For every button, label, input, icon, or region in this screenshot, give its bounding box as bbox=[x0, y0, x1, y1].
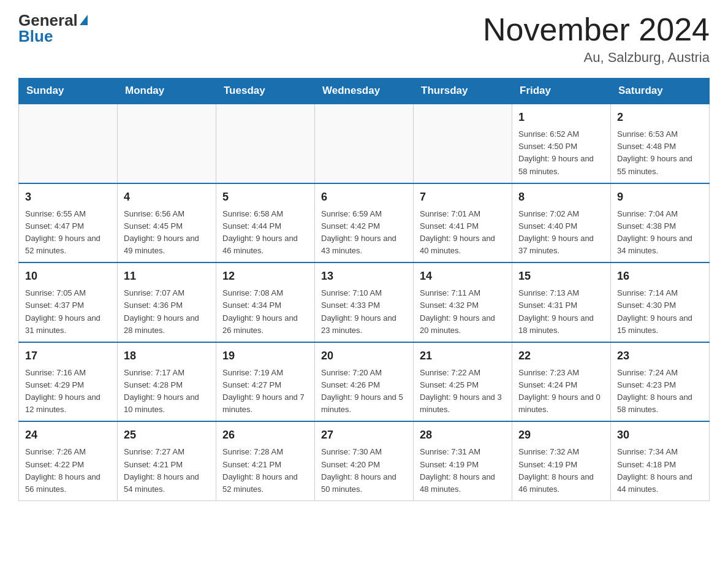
calendar-day-cell: 24Sunrise: 7:26 AM Sunset: 4:22 PM Dayli… bbox=[19, 421, 118, 500]
day-number: 5 bbox=[222, 189, 308, 205]
calendar-day-cell bbox=[19, 104, 118, 183]
day-number: 27 bbox=[321, 427, 407, 443]
weekday-header-monday: Monday bbox=[118, 79, 216, 104]
day-info: Sunrise: 6:52 AM Sunset: 4:50 PM Dayligh… bbox=[518, 128, 604, 178]
day-info: Sunrise: 6:55 AM Sunset: 4:47 PM Dayligh… bbox=[25, 208, 111, 258]
day-number: 1 bbox=[518, 109, 604, 126]
day-info: Sunrise: 7:26 AM Sunset: 4:22 PM Dayligh… bbox=[25, 446, 111, 496]
weekday-header-saturday: Saturday bbox=[611, 79, 710, 104]
day-number: 16 bbox=[617, 268, 703, 285]
calendar-subtitle: Au, Salzburg, Austria bbox=[483, 50, 710, 66]
calendar-day-cell: 2Sunrise: 6:53 AM Sunset: 4:48 PM Daylig… bbox=[611, 104, 710, 183]
day-number: 4 bbox=[124, 189, 210, 205]
calendar-day-cell: 4Sunrise: 6:56 AM Sunset: 4:45 PM Daylig… bbox=[118, 183, 216, 263]
day-info: Sunrise: 6:59 AM Sunset: 4:42 PM Dayligh… bbox=[321, 208, 407, 258]
calendar-day-cell: 30Sunrise: 7:34 AM Sunset: 4:18 PM Dayli… bbox=[611, 421, 710, 500]
calendar-day-cell: 6Sunrise: 6:59 AM Sunset: 4:42 PM Daylig… bbox=[315, 183, 414, 263]
day-number: 8 bbox=[518, 189, 604, 205]
day-info: Sunrise: 7:13 AM Sunset: 4:31 PM Dayligh… bbox=[518, 287, 604, 337]
weekday-header-sunday: Sunday bbox=[19, 79, 118, 104]
day-number: 18 bbox=[124, 348, 210, 364]
calendar-day-cell: 3Sunrise: 6:55 AM Sunset: 4:47 PM Daylig… bbox=[19, 183, 118, 263]
day-number: 29 bbox=[518, 427, 604, 443]
day-info: Sunrise: 7:16 AM Sunset: 4:29 PM Dayligh… bbox=[25, 367, 111, 416]
day-number: 2 bbox=[617, 109, 703, 126]
day-info: Sunrise: 7:27 AM Sunset: 4:21 PM Dayligh… bbox=[124, 446, 210, 496]
calendar-table: SundayMondayTuesdayWednesdayThursdayFrid… bbox=[18, 78, 710, 501]
weekday-header-friday: Friday bbox=[512, 79, 611, 104]
calendar-day-cell: 12Sunrise: 7:08 AM Sunset: 4:34 PM Dayli… bbox=[216, 262, 315, 342]
day-info: Sunrise: 7:32 AM Sunset: 4:19 PM Dayligh… bbox=[518, 446, 604, 496]
calendar-day-cell: 22Sunrise: 7:23 AM Sunset: 4:24 PM Dayli… bbox=[512, 342, 611, 422]
calendar-week-row: 17Sunrise: 7:16 AM Sunset: 4:29 PM Dayli… bbox=[19, 342, 710, 422]
calendar-day-cell: 11Sunrise: 7:07 AM Sunset: 4:36 PM Dayli… bbox=[118, 262, 216, 342]
calendar-day-cell: 9Sunrise: 7:04 AM Sunset: 4:38 PM Daylig… bbox=[611, 183, 710, 263]
calendar-day-cell: 17Sunrise: 7:16 AM Sunset: 4:29 PM Dayli… bbox=[19, 342, 118, 422]
day-number: 10 bbox=[25, 268, 111, 285]
day-number: 15 bbox=[518, 268, 604, 285]
calendar-day-cell bbox=[315, 104, 414, 183]
day-number: 3 bbox=[25, 189, 111, 205]
calendar-day-cell: 29Sunrise: 7:32 AM Sunset: 4:19 PM Dayli… bbox=[512, 421, 611, 500]
calendar-day-cell: 5Sunrise: 6:58 AM Sunset: 4:44 PM Daylig… bbox=[216, 183, 315, 263]
day-info: Sunrise: 7:31 AM Sunset: 4:19 PM Dayligh… bbox=[420, 446, 506, 496]
day-info: Sunrise: 7:05 AM Sunset: 4:37 PM Dayligh… bbox=[25, 287, 111, 337]
logo-blue-text: Blue bbox=[18, 28, 53, 44]
day-info: Sunrise: 7:30 AM Sunset: 4:20 PM Dayligh… bbox=[321, 446, 407, 496]
calendar-day-cell: 27Sunrise: 7:30 AM Sunset: 4:20 PM Dayli… bbox=[315, 421, 414, 500]
day-number: 13 bbox=[321, 268, 407, 285]
day-info: Sunrise: 6:58 AM Sunset: 4:44 PM Dayligh… bbox=[222, 208, 308, 258]
day-info: Sunrise: 7:14 AM Sunset: 4:30 PM Dayligh… bbox=[617, 287, 703, 337]
calendar-day-cell: 19Sunrise: 7:19 AM Sunset: 4:27 PM Dayli… bbox=[216, 342, 315, 422]
logo-general-text: General bbox=[18, 12, 78, 28]
calendar-day-cell: 10Sunrise: 7:05 AM Sunset: 4:37 PM Dayli… bbox=[19, 262, 118, 342]
day-number: 24 bbox=[25, 427, 111, 443]
day-info: Sunrise: 7:19 AM Sunset: 4:27 PM Dayligh… bbox=[222, 367, 308, 416]
day-number: 12 bbox=[222, 268, 308, 285]
calendar-day-cell: 15Sunrise: 7:13 AM Sunset: 4:31 PM Dayli… bbox=[512, 262, 611, 342]
calendar-week-row: 10Sunrise: 7:05 AM Sunset: 4:37 PM Dayli… bbox=[19, 262, 710, 342]
weekday-header-row: SundayMondayTuesdayWednesdayThursdayFrid… bbox=[19, 79, 710, 104]
calendar-day-cell: 25Sunrise: 7:27 AM Sunset: 4:21 PM Dayli… bbox=[118, 421, 216, 500]
day-number: 11 bbox=[124, 268, 210, 285]
day-info: Sunrise: 7:23 AM Sunset: 4:24 PM Dayligh… bbox=[518, 367, 604, 416]
calendar-day-cell bbox=[216, 104, 315, 183]
day-info: Sunrise: 7:22 AM Sunset: 4:25 PM Dayligh… bbox=[420, 367, 506, 416]
day-number: 19 bbox=[222, 348, 308, 364]
day-number: 9 bbox=[617, 189, 703, 205]
day-number: 30 bbox=[617, 427, 703, 443]
day-info: Sunrise: 7:08 AM Sunset: 4:34 PM Dayligh… bbox=[222, 287, 308, 337]
day-number: 6 bbox=[321, 189, 407, 205]
calendar-day-cell: 8Sunrise: 7:02 AM Sunset: 4:40 PM Daylig… bbox=[512, 183, 611, 263]
day-number: 14 bbox=[420, 268, 506, 285]
calendar-day-cell: 21Sunrise: 7:22 AM Sunset: 4:25 PM Dayli… bbox=[414, 342, 512, 422]
day-info: Sunrise: 6:56 AM Sunset: 4:45 PM Dayligh… bbox=[124, 208, 210, 258]
weekday-header-wednesday: Wednesday bbox=[315, 79, 414, 104]
calendar-day-cell: 26Sunrise: 7:28 AM Sunset: 4:21 PM Dayli… bbox=[216, 421, 315, 500]
calendar-day-cell: 16Sunrise: 7:14 AM Sunset: 4:30 PM Dayli… bbox=[611, 262, 710, 342]
title-block: November 2024 Au, Salzburg, Austria bbox=[483, 12, 710, 66]
calendar-day-cell: 13Sunrise: 7:10 AM Sunset: 4:33 PM Dayli… bbox=[315, 262, 414, 342]
calendar-header: SundayMondayTuesdayWednesdayThursdayFrid… bbox=[19, 79, 710, 104]
day-info: Sunrise: 7:28 AM Sunset: 4:21 PM Dayligh… bbox=[222, 446, 308, 496]
day-number: 22 bbox=[518, 348, 604, 364]
day-info: Sunrise: 7:20 AM Sunset: 4:26 PM Dayligh… bbox=[321, 367, 407, 416]
day-info: Sunrise: 7:04 AM Sunset: 4:38 PM Dayligh… bbox=[617, 208, 703, 258]
day-info: Sunrise: 7:07 AM Sunset: 4:36 PM Dayligh… bbox=[124, 287, 210, 337]
calendar-day-cell: 28Sunrise: 7:31 AM Sunset: 4:19 PM Dayli… bbox=[414, 421, 512, 500]
calendar-title: November 2024 bbox=[483, 12, 710, 47]
calendar-day-cell bbox=[118, 104, 216, 183]
calendar-week-row: 1Sunrise: 6:52 AM Sunset: 4:50 PM Daylig… bbox=[19, 104, 710, 183]
day-number: 25 bbox=[124, 427, 210, 443]
day-number: 20 bbox=[321, 348, 407, 364]
day-number: 23 bbox=[617, 348, 703, 364]
day-number: 21 bbox=[420, 348, 506, 364]
day-number: 7 bbox=[420, 189, 506, 205]
calendar-body: 1Sunrise: 6:52 AM Sunset: 4:50 PM Daylig… bbox=[19, 104, 710, 500]
day-info: Sunrise: 7:17 AM Sunset: 4:28 PM Dayligh… bbox=[124, 367, 210, 416]
calendar-week-row: 24Sunrise: 7:26 AM Sunset: 4:22 PM Dayli… bbox=[19, 421, 710, 500]
day-info: Sunrise: 7:11 AM Sunset: 4:32 PM Dayligh… bbox=[420, 287, 506, 337]
day-number: 26 bbox=[222, 427, 308, 443]
calendar-day-cell: 14Sunrise: 7:11 AM Sunset: 4:32 PM Dayli… bbox=[414, 262, 512, 342]
day-info: Sunrise: 7:02 AM Sunset: 4:40 PM Dayligh… bbox=[518, 208, 604, 258]
